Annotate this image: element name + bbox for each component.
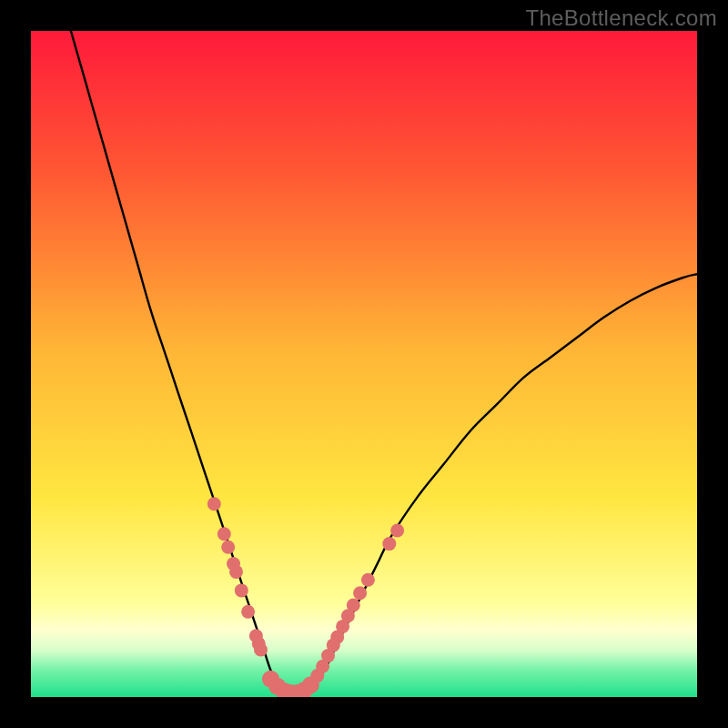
data-dot: [347, 599, 360, 612]
data-dot: [361, 573, 375, 587]
bottleneck-curve: [71, 31, 697, 694]
curve-layer: [31, 31, 697, 697]
data-dot: [217, 527, 231, 541]
watermark-text: TheBottleneck.com: [525, 5, 717, 31]
data-dot: [229, 565, 243, 579]
plot-area: [31, 31, 697, 697]
data-dot: [254, 643, 268, 657]
data-dot: [221, 541, 235, 554]
data-dot: [241, 605, 255, 619]
data-dot: [302, 676, 319, 693]
data-dot: [382, 537, 396, 551]
data-dot: [207, 497, 221, 511]
chart-frame: TheBottleneck.com: [0, 0, 728, 728]
data-dot: [353, 586, 367, 600]
data-dots: [207, 497, 404, 697]
data-dot: [235, 583, 248, 597]
data-dot: [390, 524, 404, 538]
